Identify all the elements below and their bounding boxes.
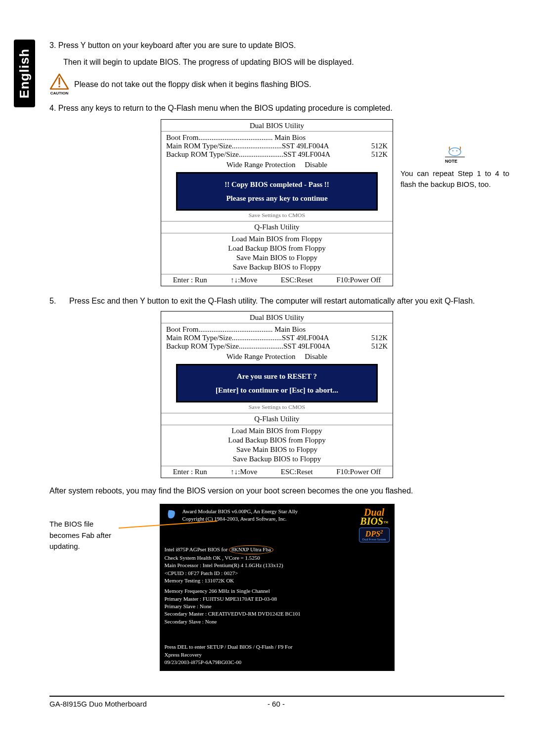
dual-b: BIOS <box>360 516 383 527</box>
backuprom-val: SST 49LF004A <box>283 150 330 159</box>
dps-badge: DPS2 Dual Power System <box>359 528 390 542</box>
dots: ........................ <box>239 150 283 159</box>
caution-block: CAUTION Please do not take out the flopp… <box>49 73 504 95</box>
boot-b3: Primary Slave : None <box>165 603 390 610</box>
inner-line2: Please press any key to continue <box>180 192 373 204</box>
mainrom-val: SST 49LF004A <box>282 334 329 342</box>
backuprom-val: SST 49LF004A <box>283 342 330 351</box>
backuprom-label: Backup ROM Type/Size <box>166 342 239 351</box>
boot-b2: Primary Master : FUJITSU MPE3170AT ED-03… <box>165 595 390 603</box>
mainrom-label: Main ROM Type/Size <box>166 142 232 150</box>
footer-page: - 60 - <box>267 700 285 708</box>
controls: Enter : Run ↑↓:Move ESC:Reset F10:Power … <box>161 274 393 286</box>
boot-b4: Secondary Master : CREATIVEDVD-RM DVD124… <box>165 610 390 618</box>
mainrom-size: 512K <box>361 334 388 342</box>
note-label: NOTE <box>445 157 465 165</box>
boot-screen: Award Modular BIOS v6.00PG, An Energy St… <box>160 504 395 671</box>
boot-val: Main Bios <box>274 133 306 142</box>
boot-b5: Secondary Slave : None <box>165 618 390 625</box>
wr-label: Wide Range Protection <box>226 161 295 169</box>
ctrl-move: ↑↓:Move <box>230 276 257 284</box>
backuprom-label: Backup ROM Type/Size <box>166 150 239 159</box>
menu-item[interactable]: Save Backup BIOS to Floppy <box>161 454 393 464</box>
dual-bios-logo: Dual BIOS™ <box>359 508 390 526</box>
boot-label: Boot From <box>166 133 198 142</box>
caution-label: CAUTION <box>50 91 68 95</box>
wr-val: Disable <box>305 161 327 169</box>
boot-logos: Dual BIOS™ DPS2 Dual Power System <box>359 508 390 542</box>
inner-line2: [Enter] to continure or [Esc] to abort..… <box>180 384 373 396</box>
note-line: The BIOS file <box>49 519 143 530</box>
note-text: You can repeat Step 1 to 4 to flash the … <box>400 168 509 190</box>
language-tab: English <box>14 40 35 107</box>
step-4: 4. Press any keys to return to the Q-Fla… <box>49 102 504 114</box>
dps2: 2 <box>380 529 383 534</box>
svg-point-4 <box>452 150 454 152</box>
ctrl-enter: Enter : Run <box>173 276 207 284</box>
bios-panel-2: Dual BIOS Utility Boot From ............… <box>161 311 393 478</box>
ctrl-enter: Enter : Run <box>173 468 207 476</box>
ctrl-f10: F10:Power Off <box>336 276 381 284</box>
boot-c3: 09/23/2003-i875P-6A79BG03C-00 <box>165 659 390 666</box>
dots: ........................... <box>232 142 282 150</box>
boot-label: Boot From <box>166 325 198 334</box>
inner-line1: Are you sure to RESET ? <box>180 370 373 382</box>
menu-item[interactable]: Load Main BIOS from Floppy <box>161 234 393 244</box>
bios-title: Dual BIOS Utility <box>161 120 393 132</box>
boot-a1a: Intel i875P AGPset BIOS for <box>165 546 228 552</box>
bios-file-note: The BIOS file becomes Fab after updating… <box>49 519 143 552</box>
qflash-menu[interactable]: Load Main BIOS from Floppy Load Backup B… <box>161 425 393 466</box>
side-note: NOTE You can repeat Step 1 to 4 to flash… <box>400 144 509 190</box>
controls: Enter : Run ↑↓:Move ESC:Reset F10:Power … <box>161 466 393 478</box>
menu-item[interactable]: Load Backup BIOS from Floppy <box>161 436 393 445</box>
menu-item[interactable]: Load Main BIOS from Floppy <box>161 426 393 436</box>
boot-a3: Main Processor : Intel Pentium(R) 4 1.6G… <box>165 562 390 569</box>
menu-item[interactable]: Save Main BIOS to Floppy <box>161 445 393 454</box>
menu-item[interactable]: Save Backup BIOS to Floppy <box>161 263 393 272</box>
after-reboot-text: After system reboots, you may find the B… <box>49 485 504 497</box>
under-inner: Save Settings to CMOS <box>166 404 388 411</box>
boot-b1: Memory Frequency 266 MHz in Single Chann… <box>165 587 390 595</box>
mainrom-size: 512K <box>361 142 388 150</box>
qflash-menu[interactable]: Load Main BIOS from Floppy Load Backup B… <box>161 233 393 274</box>
inner-dialog-reset: Are you sure to RESET ? [Enter] to conti… <box>176 364 378 402</box>
step-3-line1: 3. Press Y button on your keyboard after… <box>49 40 504 51</box>
svg-point-3 <box>449 148 461 156</box>
bios-panel-1: Dual BIOS Utility Boot From ............… <box>161 119 393 286</box>
bios-title: Dual BIOS Utility <box>161 311 393 323</box>
footer-left: GA-8I915G Duo Motherboard <box>49 700 147 708</box>
ctrl-esc: ESC:Reset <box>281 276 313 284</box>
energy-star-icon <box>165 508 178 522</box>
version-callout: 8KNXP Ultra Fba <box>229 545 273 554</box>
mainrom-label: Main ROM Type/Size <box>166 334 232 342</box>
wr-label: Wide Range Protection <box>226 353 295 360</box>
menu-item[interactable]: Save Main BIOS to Floppy <box>161 253 393 263</box>
step-3-line2: Then it will begin to update BIOS. The p… <box>63 56 504 68</box>
note-line: updating. <box>49 541 143 552</box>
step-5: 5. Press Esc and then Y button to exit t… <box>49 295 504 307</box>
boot-val: Main Bios <box>274 325 306 334</box>
ctrl-f10: F10:Power Off <box>336 468 381 476</box>
backuprom-size: 512K <box>361 150 388 159</box>
boot-hdr1: Award Modular BIOS v6.00PG, An Energy St… <box>182 508 355 515</box>
qflash-title: Q-Flash Utility <box>161 413 393 425</box>
qflash-title: Q-Flash Utility <box>161 221 393 233</box>
dots: ........................................ <box>198 325 272 334</box>
page-footer: GA-8I915G Duo Motherboard - 60 - <box>49 696 504 708</box>
dps: DPS <box>365 530 380 538</box>
menu-item[interactable]: Load Backup BIOS from Floppy <box>161 244 393 253</box>
dots: ........................... <box>232 334 282 342</box>
svg-point-2 <box>58 86 60 88</box>
dots: ........................ <box>239 342 283 351</box>
inner-line1: !! Copy BIOS completed - Pass !! <box>180 178 373 190</box>
step5-text: Press Esc and then Y button to exit the … <box>69 295 475 307</box>
wr-val: Disable <box>305 353 327 360</box>
ctrl-move: ↑↓:Move <box>230 468 257 476</box>
boot-a5: Memory Testing : 131072K OK <box>165 577 390 584</box>
boot-c1: Press DEL to enter SETUP / Dual BIOS / Q… <box>165 643 390 651</box>
note-icon <box>445 144 464 157</box>
caution-text: Please do not take out the floppy disk w… <box>74 80 311 89</box>
caution-icon: CAUTION <box>49 73 69 95</box>
step5-num: 5. <box>49 295 69 307</box>
mainrom-val: SST 49LF004A <box>282 142 329 150</box>
